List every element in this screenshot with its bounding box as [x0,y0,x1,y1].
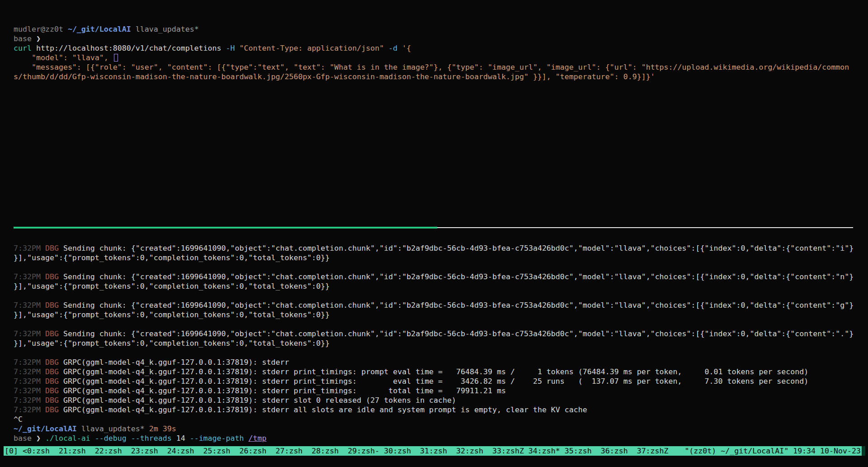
terminal-text-span: mudler@zz0t [14,25,68,33]
terminal-line: mudler@zz0t ~/_git/LocalAI llava_updates… [14,24,849,34]
terminal-line: 7:32PM DBG Sending chunk: {"created":169… [14,272,854,281]
terminal-text-span: Sending chunk: {"created":1699641090,"ob… [63,272,854,281]
terminal-text-span: base [14,34,36,43]
terminal-line: 7:32PM DBG GRPC(ggml-model-q4_k.gguf-127… [14,376,854,386]
terminal-line: curl http://localhost:8080/v1/chat/compl… [14,43,849,53]
terminal-text-span: ^C [14,415,23,424]
terminal-text-span: }],"usage":{"prompt_tokens":0,"completio… [14,282,330,291]
terminal-line: 7:32PM DBG GRPC(ggml-model-q4_k.gguf-127… [14,396,854,405]
terminal-text-span: ~/_git/LocalAI [14,424,77,433]
terminal-line [14,291,854,300]
terminal-line: base ❯ [14,34,849,43]
terminal-line: 7:32PM DBG GRPC(ggml-model-q4_k.gguf-127… [14,405,854,415]
terminal-text-span: 7:32PM [14,301,45,310]
terminal-scrollback-top: mudler@zz0t ~/_git/LocalAI llava_updates… [14,24,849,81]
terminal-text-span: 7:32PM [14,367,45,376]
terminal-text-span: 2m 39s [145,424,176,433]
terminal-text-span: DBG [45,272,63,281]
terminal-screen[interactable]: { "colors": { "background": "#080808", "… [0,0,868,467]
terminal-line: }],"usage":{"prompt_tokens":0,"completio… [14,338,854,348]
terminal-line: 7:32PM DBG Sending chunk: {"created":169… [14,300,854,310]
terminal-line: 7:32PM DBG GRPC(ggml-model-q4_k.gguf-127… [14,386,854,396]
terminal-text-span: 7:32PM [14,272,45,281]
terminal-text-span: /tmp [249,434,267,443]
terminal-text-span: ~/_git/LocalAI [68,25,131,33]
terminal-text-span: DBG [45,405,63,414]
terminal-line: 7:32PM DBG Sending chunk: {"created":169… [14,329,854,338]
terminal-text-span: "messages": [{"role": "user", "content":… [14,63,849,71]
terminal-line: ^C [14,415,854,424]
terminal-line: s/thumb/d/dd/Gfp-wisconsin-madison-the-n… [14,72,849,81]
status-bar-cursor [862,446,865,456]
terminal-text-span: "Content-Type: application/json" [240,44,389,52]
terminal-line: }],"usage":{"prompt_tokens":0,"completio… [14,253,854,262]
terminal-text-span: 7:32PM [14,329,45,338]
tmux-window-list[interactable]: [0] <0:zsh 21:zsh 22:zsh 23:zsh 24:zsh 2… [5,446,669,456]
terminal-line: base ❯ ./local-ai --debug --threads 14 -… [14,434,854,443]
terminal-text-span: 7:32PM [14,386,45,395]
terminal-line: }],"usage":{"prompt_tokens":0,"completio… [14,281,854,291]
terminal-line: ~/_git/LocalAI llava_updates* 2m 39s [14,424,854,434]
terminal-text-span: }],"usage":{"prompt_tokens":0,"completio… [14,253,330,262]
terminal-text-span: }],"usage":{"prompt_tokens":0,"completio… [14,339,330,348]
terminal-text-span: ❯ [36,34,41,43]
terminal-line [14,319,854,329]
terminal-text-span: GRPC(ggml-model-q4_k.gguf-127.0.0.1:3781… [63,396,456,405]
terminal-text-span: DBG [45,377,63,386]
terminal-text-span: GRPC(ggml-model-q4_k.gguf-127.0.0.1:3781… [63,358,289,367]
terminal-text-span: --debug --threads [90,434,176,443]
tmux-status-right: "(zz0t) ~/_git/LocalAI" 19:34 10-Nov-23 [684,446,861,456]
terminal-text-span: llava_updates* [77,424,145,433]
terminal-text-span: }],"usage":{"prompt_tokens":0,"completio… [14,310,330,319]
terminal-text-span: --image-path [185,434,249,443]
terminal-text-span: base [14,434,36,443]
terminal-text-span: "model": "llava", [14,53,113,62]
terminal-text-span: 7:32PM [14,405,45,414]
terminal-text-span: llava_updates* [131,25,199,33]
terminal-line: }],"usage":{"prompt_tokens":0,"completio… [14,310,854,319]
tmux-status-bar[interactable]: [0] <0:zsh 21:zsh 22:zsh 23:zsh 24:zsh 2… [4,446,865,456]
terminal-line [14,262,854,272]
terminal-text-span: DBG [45,396,63,405]
terminal-line: 7:32PM DBG GRPC(ggml-model-q4_k.gguf-127… [14,367,854,376]
terminal-text-span: Sending chunk: {"created":1699641090,"ob… [63,301,854,310]
terminal-text-span: DBG [45,329,63,338]
terminal-scrollback-bottom: 7:32PM DBG Sending chunk: {"created":169… [14,243,854,443]
terminal-text-span: Sending chunk: {"created":1699641090,"ob… [63,244,854,253]
terminal-text-span: -d [388,44,402,52]
terminal-text-span: DBG [45,367,63,376]
terminal-line: "model": "llava", [14,53,849,62]
terminal-line [14,348,854,357]
terminal-text-span: -H [226,44,240,52]
terminal-text-span: s/thumb/d/dd/Gfp-wisconsin-madison-the-n… [14,72,655,81]
terminal-text-span: 7:32PM [14,396,45,405]
terminal-text-span: 7:32PM [14,358,45,367]
terminal-text-span: GRPC(ggml-model-q4_k.gguf-127.0.0.1:3781… [63,386,506,395]
terminal-text-span: DBG [45,358,63,367]
terminal-text-span: 7:32PM [14,377,45,386]
terminal-text-span: GRPC(ggml-model-q4_k.gguf-127.0.0.1:3781… [63,377,808,386]
terminal-text-span: ❯ [36,434,45,443]
terminal-text-span: '{ [402,44,411,52]
pane-divider[interactable] [437,227,853,228]
terminal-text-span: http://localhost:8080/v1/chat/completion… [36,44,226,52]
terminal-text-span: DBG [45,386,63,395]
terminal-cursor [114,54,118,62]
terminal-line: 7:32PM DBG Sending chunk: {"created":169… [14,243,854,253]
terminal-text-span: 7:32PM [14,244,45,253]
terminal-text-span: GRPC(ggml-model-q4_k.gguf-127.0.0.1:3781… [63,405,587,414]
terminal-text-span: DBG [45,244,63,253]
terminal-line: "messages": [{"role": "user", "content":… [14,62,849,72]
terminal-text-span: ./local-ai [45,434,90,443]
terminal-text-span: DBG [45,301,63,310]
terminal-line: 7:32PM DBG GRPC(ggml-model-q4_k.gguf-127… [14,357,854,367]
terminal-text-span: GRPC(ggml-model-q4_k.gguf-127.0.0.1:3781… [63,367,808,376]
terminal-text-span: curl [14,44,36,52]
pane-divider-active-segment[interactable] [14,227,437,229]
terminal-text-span: 14 [176,434,185,443]
terminal-text-span: Sending chunk: {"created":1699641090,"ob… [63,329,854,338]
